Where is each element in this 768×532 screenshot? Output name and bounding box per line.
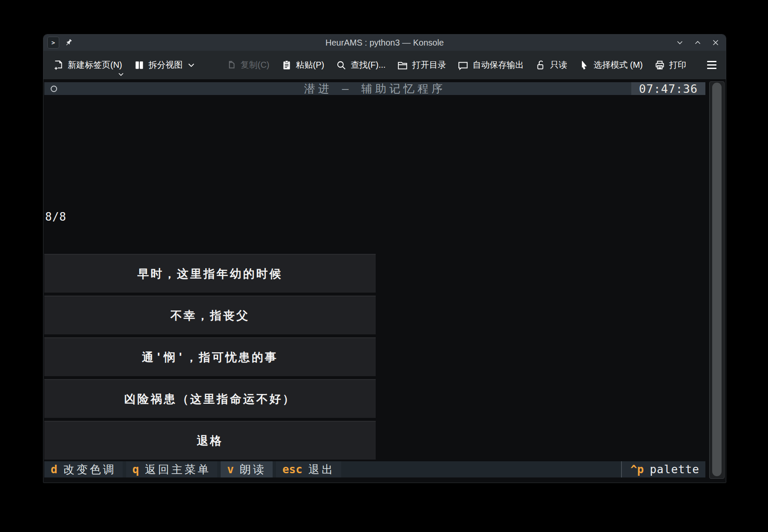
pin-icon[interactable] (64, 38, 73, 47)
split-view-icon (134, 60, 145, 71)
close-icon (713, 40, 718, 45)
desktop-background: > HeurAMS : python3 — Konsole (0, 0, 768, 532)
backspace-option-button[interactable]: 退格 (44, 421, 376, 460)
new-tab-icon (53, 60, 64, 71)
terminal-area[interactable]: 潜进 — 辅助记忆程序 07:47:36 8/8 臣密言：臣以险衅，夙遭闵凶. … (43, 79, 726, 483)
new-tab-button[interactable]: 新建标签页(N) (53, 59, 122, 71)
circle-outline-icon (51, 86, 57, 92)
paste-button[interactable]: 粘贴(P) (281, 59, 325, 71)
copy-icon (226, 60, 237, 71)
option-button-3[interactable]: 通'悯'，指可忧患的事 (44, 337, 376, 376)
split-view-button[interactable]: 拆分视图 (134, 59, 195, 71)
tui-header-bar: 潜进 — 辅助记忆程序 07:47:36 (44, 82, 705, 95)
select-mode-button[interactable]: 选择模式 (M) (578, 59, 643, 71)
progress-counter: 8/8 (45, 210, 238, 224)
copy-button[interactable]: 复制(C) (226, 59, 270, 71)
terminal-prompt-icon: > (47, 37, 59, 49)
printer-icon (654, 60, 665, 71)
find-button[interactable]: 查找(F)... (336, 59, 385, 71)
chevron-up-icon (696, 41, 700, 44)
minimize-button[interactable] (674, 37, 686, 49)
konsole-window: > HeurAMS : python3 — Konsole (43, 34, 726, 483)
main-toolbar: 新建标签页(N) 拆分视图 复制(C) (43, 51, 726, 79)
autosave-output-button[interactable]: 自动保存输出 (457, 59, 524, 71)
print-button[interactable]: 打印 (654, 59, 686, 71)
chevron-down-icon (188, 63, 195, 67)
open-directory-button[interactable]: 打开目录 (397, 59, 446, 71)
read-only-button[interactable]: 只读 (535, 59, 567, 71)
tui-footer-bar: d 改变色调 q 返回主菜单 v 朗读 esc 退出 ^p palette (44, 461, 705, 477)
option-button-2[interactable]: 不幸，指丧父 (44, 296, 376, 334)
scrollbar-thumb[interactable] (712, 83, 722, 476)
tui-app-title: 潜进 — 辅助记忆程序 (44, 81, 705, 96)
paste-icon (281, 60, 292, 71)
folder-icon (397, 60, 408, 71)
hint-main-menu[interactable]: q 返回主菜单 (126, 461, 218, 477)
hint-read-aloud[interactable]: v 朗读 (221, 461, 273, 477)
select-cursor-icon (578, 60, 590, 71)
search-icon (336, 60, 347, 71)
save-output-icon (457, 60, 469, 71)
option-button-4[interactable]: 凶险祸患（这里指命运不好） (44, 379, 376, 418)
hint-exit[interactable]: esc 退出 (276, 461, 341, 477)
lock-open-icon (535, 60, 546, 71)
hint-change-theme[interactable]: d 改变色调 (44, 461, 123, 477)
hint-palette[interactable]: ^p palette (621, 461, 705, 477)
chevron-down-icon (118, 72, 124, 76)
option-button-1[interactable]: 早时，这里指年幼的时候 (44, 254, 376, 293)
terminal-scrollbar[interactable] (709, 81, 725, 479)
window-title: HeurAMS : python3 — Konsole (43, 38, 726, 48)
maximize-button[interactable] (692, 37, 704, 49)
window-titlebar[interactable]: > HeurAMS : python3 — Konsole (43, 35, 726, 51)
close-button[interactable] (710, 37, 722, 49)
hamburger-menu-icon[interactable] (707, 61, 716, 69)
answer-options: 早时，这里指年幼的时候 不幸，指丧父 通'悯'，指可忧患的事 凶险祸患（这里指命… (44, 254, 376, 460)
chevron-down-icon (678, 41, 682, 44)
tui-clock: 07:47:36 (631, 82, 705, 95)
